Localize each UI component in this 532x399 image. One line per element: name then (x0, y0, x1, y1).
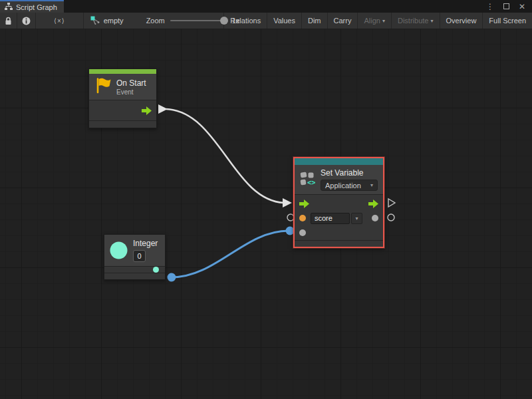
values-button[interactable]: Values (267, 13, 302, 29)
set-variable-body: score ▾ (295, 195, 383, 240)
control-wire-start-arrow (158, 104, 168, 114)
distribute-dropdown-button[interactable]: Distribute ▾ (392, 13, 440, 29)
zoom-slider-handle[interactable] (220, 17, 228, 25)
window-controls: ⋮ ✕ (486, 0, 532, 13)
integer-footer (104, 273, 165, 279)
value-input-port[interactable] (299, 229, 306, 236)
graph-canvas[interactable]: On Start Event (0, 29, 532, 399)
control-wire[interactable] (166, 109, 284, 203)
graph-info-and-zoom: empty Zoom 1x (84, 13, 225, 29)
integer-value: 0 (137, 252, 141, 260)
variables-icon: <> (300, 172, 315, 188)
on-start-footer (89, 121, 156, 128)
info-button[interactable] (17, 13, 36, 29)
set-variable-footer (295, 241, 383, 247)
set-variable-strip (295, 158, 383, 165)
flag-icon (94, 77, 111, 96)
variable-scope-value: Application (325, 182, 361, 190)
node-integer[interactable]: Integer 0 (104, 234, 166, 280)
control-port-row (295, 196, 383, 211)
chevron-down-icon: ▾ (355, 215, 358, 221)
node-set-variable[interactable]: <> Set Variable Application ▾ (293, 157, 384, 248)
variable-scope-dropdown[interactable]: Application ▾ (321, 180, 378, 191)
integer-title: Integer (133, 239, 158, 248)
control-input-port[interactable] (299, 200, 309, 208)
set-variable-header: <> Set Variable Application ▾ (295, 165, 383, 194)
graph-edge-icon (90, 16, 100, 26)
tab-title: Script Graph (16, 3, 57, 11)
overview-button[interactable]: Overview (440, 13, 483, 29)
integer-icon (110, 241, 128, 259)
name-input-port[interactable] (299, 215, 306, 221)
fullscreen-button[interactable]: Full Screen (483, 13, 532, 29)
variable-name-dropdown-button[interactable]: ▾ (351, 213, 362, 224)
integer-value-field[interactable]: 0 (133, 250, 146, 262)
code-preview-button[interactable]: ⟨×⟩ (36, 13, 84, 29)
control-output-port[interactable] (368, 200, 378, 208)
maximize-icon[interactable] (503, 3, 509, 9)
control-wire-end-arrow (283, 198, 292, 207)
carry-button[interactable]: Carry (328, 13, 358, 29)
lock-button[interactable] (0, 13, 17, 29)
lock-icon (5, 17, 12, 25)
integer-header: Integer 0 (104, 235, 165, 266)
integer-output-port[interactable] (153, 267, 159, 273)
variable-name-row: score ▾ (295, 211, 383, 225)
value-input-row (295, 225, 383, 240)
value-wire[interactable] (172, 231, 289, 277)
close-icon[interactable]: ✕ (519, 3, 525, 11)
distribute-label: Distribute (398, 17, 428, 25)
value-output-port[interactable] (372, 215, 378, 221)
graph-toolbar: ⟨×⟩ empty Zoom 1x Relations Values (0, 13, 532, 29)
output-port-outer-triangle[interactable] (388, 199, 395, 207)
relations-button[interactable]: Relations (224, 13, 267, 29)
integer-body (104, 267, 165, 273)
align-label: Align (364, 17, 380, 25)
chevron-down-icon: ▾ (431, 18, 434, 24)
on-start-header: On Start Event (89, 74, 156, 100)
on-start-subtitle: Event (116, 88, 146, 96)
value-wire-start-dot (168, 273, 176, 282)
chevron-down-icon: ▾ (370, 182, 373, 188)
dim-button[interactable]: Dim (302, 13, 328, 29)
tab-script-graph[interactable]: Script Graph (0, 0, 64, 13)
kebab-menu-icon[interactable]: ⋮ (486, 3, 494, 11)
on-start-body (89, 100, 156, 120)
zoom-label: Zoom (146, 17, 165, 25)
set-variable-title: Set Variable (321, 168, 378, 178)
node-on-start[interactable]: On Start Event (88, 68, 157, 128)
variable-name-value: score (315, 214, 332, 222)
graph-name-label: empty (104, 17, 124, 25)
output-port-outer-circle[interactable] (388, 214, 394, 221)
info-icon (22, 17, 31, 25)
on-start-strip (89, 69, 156, 74)
script-graph-window: Script Graph ⋮ ✕ ⟨×⟩ (0, 0, 532, 399)
code-icon: ⟨×⟩ (42, 17, 77, 25)
zoom-slider[interactable] (170, 20, 227, 21)
zoom-control: Zoom 1x (146, 17, 240, 25)
svg-text:<>: <> (307, 178, 315, 186)
chevron-down-icon: ▾ (382, 18, 385, 24)
on-start-title: On Start (116, 78, 146, 88)
graph-hierarchy-icon (5, 3, 13, 11)
variable-name-field[interactable]: score (311, 213, 350, 224)
titlebar: Script Graph ⋮ ✕ (0, 0, 532, 13)
wires-layer (0, 29, 532, 399)
align-dropdown-button[interactable]: Align ▾ (358, 13, 392, 29)
control-output-port[interactable] (142, 106, 152, 115)
